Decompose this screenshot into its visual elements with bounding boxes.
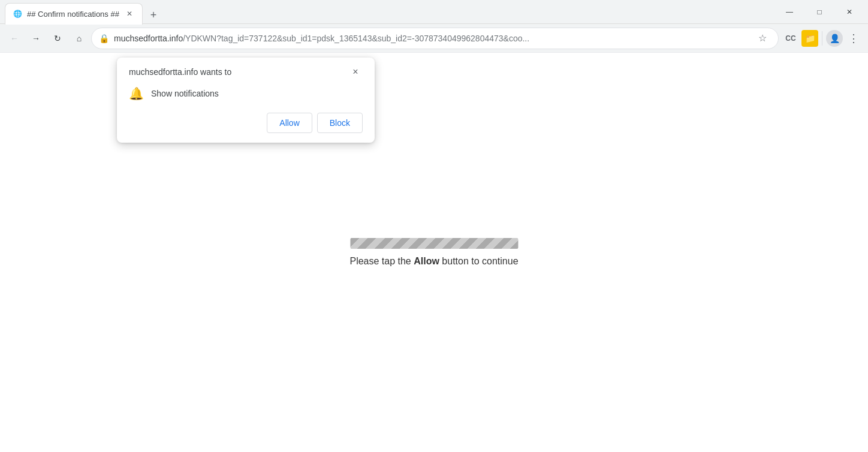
progress-bar [350,238,518,249]
profile-button[interactable]: 👤 [826,30,843,47]
notification-popup: muchsedfortta.info wants to × 🔔 Show not… [117,58,375,143]
reload-button[interactable]: ↻ [48,29,67,48]
bell-icon: 🔔 [129,86,144,101]
cc-icon: CC [785,34,795,43]
permission-text: Show notifications [151,89,219,98]
tab-bar: 🌐 ## Confirm notifications ## ✕ + [5,0,776,24]
forward-button[interactable]: → [26,29,46,48]
address-text: muchsedfortta.info/YDKWN?tag_id=737122&s… [114,34,749,43]
cc-extension-button[interactable]: CC [781,29,800,48]
close-button[interactable]: ✕ [836,2,863,22]
folder-icon: 📁 [805,34,815,43]
continue-suffix: button to continue [439,256,519,266]
popup-site-text: muchsedfortta.info wants to [129,67,231,77]
more-button[interactable]: ⋮ [844,29,863,48]
address-bar[interactable]: 🔒 muchsedfortta.info/YDKWN?tag_id=737122… [91,28,779,49]
continue-action: Allow [414,256,439,266]
profile-icon: 👤 [830,34,840,43]
popup-header: muchsedfortta.info wants to × [129,67,363,79]
tab-favicon: 🌐 [13,9,22,19]
browser-window: 🌐 ## Confirm notifications ## ✕ + — □ ✕ … [0,0,868,452]
title-bar: 🌐 ## Confirm notifications ## ✕ + — □ ✕ [0,0,868,24]
popup-close-button[interactable]: × [348,65,363,79]
active-tab[interactable]: 🌐 ## Confirm notifications ## ✕ [5,3,143,25]
back-button[interactable]: ← [5,29,24,48]
lock-icon: 🔒 [99,34,109,43]
toolbar-separator [822,31,822,46]
bookmark-button[interactable]: ☆ [754,30,771,47]
window-controls: — □ ✕ [776,2,863,22]
minimize-button[interactable]: — [776,2,803,22]
block-button[interactable]: Block [317,113,363,133]
toolbar: ← → ↻ ⌂ 🔒 muchsedfortta.info/YDKWN?tag_i… [0,24,868,53]
more-icon: ⋮ [848,32,859,45]
popup-actions: Allow Block [129,113,363,133]
continue-text: Please tap the Allow button to continue [349,256,518,267]
folder-extension-button[interactable]: 📁 [801,30,818,47]
tab-title: ## Confirm notifications ## [27,10,119,19]
tab-close-button[interactable]: ✕ [124,8,135,19]
page-content: Please tap the Allow button to continue [349,238,518,267]
home-button[interactable]: ⌂ [70,29,89,48]
continue-prefix: Please tap the [349,256,414,266]
address-path: /YDKWN?tag_id=737122&sub_id1=pdsk_136514… [183,34,529,43]
address-domain: muchsedfortta.info [114,34,183,43]
content-area: muchsedfortta.info wants to × 🔔 Show not… [0,53,868,452]
popup-permission-row: 🔔 Show notifications [129,86,363,101]
toolbar-actions: CC 📁 👤 ⋮ [781,29,863,48]
maximize-button[interactable]: □ [806,2,833,22]
new-tab-button[interactable]: + [145,7,162,24]
allow-button[interactable]: Allow [267,113,312,133]
